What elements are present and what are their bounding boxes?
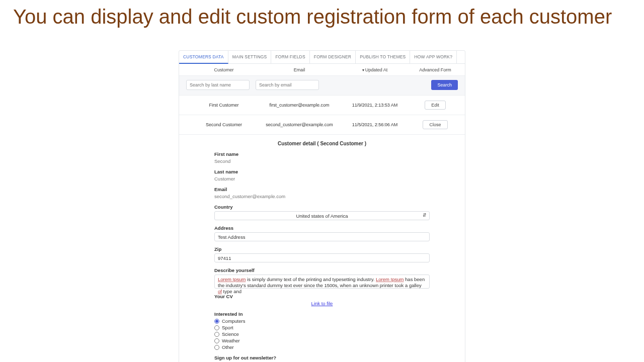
email-value: second_customer@example.com [214,194,285,199]
tab-form-designer[interactable]: FORM DESIGNER [310,51,356,63]
close-button[interactable]: Close [423,120,447,129]
zip-input[interactable] [214,253,430,262]
detail-title: Customer detail ( Second Customer ) [214,141,430,146]
interested-option-label: Sport [222,325,233,330]
first-name-value: Second [214,158,230,164]
filter-row: Search [179,75,465,96]
email-label: Email [214,187,430,192]
interested-label: Interested In [214,311,430,317]
tab-publish-to-themes[interactable]: PUBLISH TO THEMES [356,51,410,63]
interested-radio-weather[interactable] [214,338,219,343]
interested-radio-sport[interactable] [214,325,219,330]
first-name-label: First name [214,151,430,157]
tabs-bar: CUSTOMERS DATA MAIN SETTINGS FORM FIELDS… [179,51,465,64]
table-row: Second Customer second_customer@example.… [179,115,465,135]
describe-label: Describe yourself [214,267,430,273]
list-header: Customer Email Updated At Advanced Form [179,64,465,75]
app-panel: CUSTOMERS DATA MAIN SETTINGS FORM FIELDS… [179,50,465,362]
last-name-value: Customer [214,176,235,182]
zip-label: Zip [214,246,430,252]
country-select[interactable]: United states of America [214,211,430,220]
cell-customer-email: second_customer@example.com [262,122,337,127]
cv-file-link[interactable]: Link to file [214,301,430,306]
page-headline: You can display and edit custom registra… [0,0,644,28]
interested-option-label: Science [222,331,239,337]
cell-updated-at: 11/5/2021, 2:56:06 AM [337,122,413,127]
address-input[interactable] [214,232,430,241]
interested-radio-other[interactable] [214,345,219,350]
col-header-updated[interactable]: Updated At [337,67,413,72]
interested-option-label: Computers [222,318,245,324]
cell-customer-name: Second Customer [186,122,262,127]
table-row: First Customer first_customer@example.co… [179,96,465,115]
search-button[interactable]: Search [431,80,458,90]
country-label: Country [214,204,430,210]
search-email-input[interactable] [256,80,319,90]
customer-detail-panel: Customer detail ( Second Customer ) Firs… [179,135,465,362]
col-header-advanced: Advanced Form [413,67,458,72]
interested-radio-computers[interactable] [214,319,219,324]
cell-customer-email: first_customer@example.com [262,103,337,108]
address-label: Address [214,225,430,231]
interested-option-label: Weather [222,338,240,343]
cell-customer-name: First Customer [186,103,262,108]
cell-updated-at: 11/9/2021, 2:13:53 AM [337,103,413,108]
last-name-label: Last name [214,169,430,174]
tab-customers-data[interactable]: CUSTOMERS DATA [179,51,228,64]
interested-radio-science[interactable] [214,332,219,337]
search-last-name-input[interactable] [186,80,250,90]
tab-main-settings[interactable]: MAIN SETTINGS [228,51,272,63]
newsletter-label: Sign up for out newsletter? [214,355,430,360]
col-header-email[interactable]: Email [262,67,337,72]
describe-textarea[interactable]: Lorem Ipsum is simply dummy text of the … [214,275,430,289]
col-header-updated-label: Updated At [365,67,388,72]
tab-form-fields[interactable]: FORM FIELDS [271,51,309,63]
col-header-customer[interactable]: Customer [186,67,262,72]
tab-how-app-work[interactable]: HOW APP WORK? [410,51,457,63]
interested-option-label: Other [222,344,234,350]
cv-label: Your CV [214,294,430,299]
edit-button[interactable]: Edit [425,101,446,110]
